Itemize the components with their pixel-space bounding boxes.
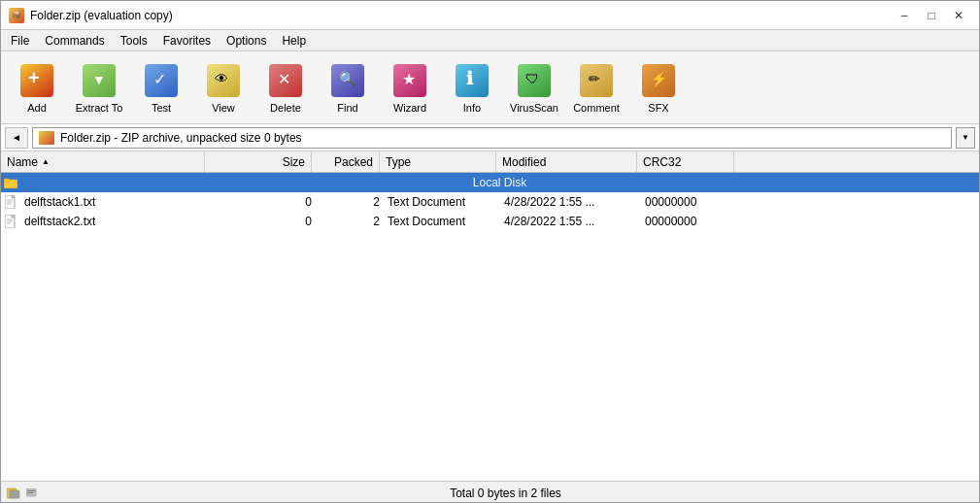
delete-button[interactable]: Delete	[255, 56, 316, 119]
view-button[interactable]: View	[193, 56, 253, 119]
svg-rect-15	[27, 490, 35, 491]
col-header-modified[interactable]: Modified	[496, 151, 637, 172]
status-text: Total 0 bytes in 2 files	[450, 486, 561, 500]
wizard-icon	[390, 61, 429, 100]
local-disk-label: Local Disk	[20, 176, 979, 189]
status-icon-2	[26, 488, 38, 498]
find-button[interactable]: Find	[318, 56, 378, 119]
test-label: Test	[152, 102, 171, 114]
extract-icon	[80, 61, 118, 100]
svg-rect-16	[27, 492, 33, 493]
file-rows: Local Disk delftstack1.txt 0 2 Text Docu…	[1, 173, 979, 481]
cell-crc32: 00000000	[641, 215, 738, 228]
main-content: File Commands Tools Favorites Options He…	[1, 30, 979, 503]
local-disk-row[interactable]: Local Disk	[1, 173, 979, 192]
folder-up-icon	[3, 175, 18, 190]
add-icon	[17, 61, 56, 100]
svg-rect-1	[4, 179, 10, 182]
test-icon	[142, 61, 181, 100]
info-button[interactable]: Info	[442, 56, 502, 119]
comment-icon	[577, 61, 616, 100]
sfx-icon	[639, 61, 678, 100]
menu-commands[interactable]: Commands	[37, 30, 112, 51]
address-back-button[interactable]: ◄	[5, 127, 28, 149]
sfx-button[interactable]: SFX	[628, 56, 689, 119]
cell-type: Text Document	[384, 215, 500, 228]
virusscan-label: VirusScan	[510, 102, 558, 114]
wizard-button[interactable]: Wizard	[380, 56, 440, 119]
comment-button[interactable]: Comment	[566, 56, 626, 119]
col-header-packed[interactable]: Packed	[312, 151, 380, 172]
col-header-type[interactable]: Type	[380, 151, 496, 172]
extract-label: Extract To	[76, 102, 123, 114]
file-list-container: Name ▲ Size Packed Type Modified CRC32	[1, 151, 979, 481]
add-button[interactable]: Add	[7, 56, 67, 119]
address-dropdown-button[interactable]: ▼	[956, 127, 975, 149]
comment-label: Comment	[573, 102, 620, 114]
view-icon	[204, 61, 243, 100]
menu-tools[interactable]: Tools	[113, 30, 155, 51]
menu-help[interactable]: Help	[274, 30, 314, 51]
cell-packed: 2	[316, 195, 384, 209]
minimize-button[interactable]: –	[892, 6, 917, 25]
cell-modified: 4/28/2022 1:55 ...	[500, 215, 641, 228]
table-row[interactable]: delftstack1.txt 0 2 Text Document 4/28/2…	[1, 192, 979, 212]
svg-rect-13	[10, 490, 19, 498]
address-text: Folder.zip - ZIP archive, unpacked size …	[60, 131, 302, 145]
info-label: Info	[463, 102, 481, 114]
menu-favorites[interactable]: Favorites	[155, 30, 219, 51]
menu-file[interactable]: File	[3, 30, 37, 51]
status-icons	[7, 487, 38, 499]
status-icon-1	[7, 487, 22, 499]
info-icon	[453, 61, 491, 100]
file-icon	[3, 214, 18, 229]
add-label: Add	[27, 102, 47, 114]
menu-options[interactable]: Options	[219, 30, 274, 51]
file-rows-container: delftstack1.txt 0 2 Text Document 4/28/2…	[1, 192, 979, 231]
title-bar: 📦 Folder.zip (evaluation copy) – □ ✕	[1, 1, 979, 30]
test-button[interactable]: Test	[131, 56, 191, 119]
sort-arrow-icon: ▲	[42, 157, 50, 166]
address-input: Folder.zip - ZIP archive, unpacked size …	[32, 127, 952, 149]
cell-modified: 4/28/2022 1:55 ...	[500, 195, 641, 209]
cell-name: delftstack2.txt	[20, 215, 209, 228]
cell-size: 0	[209, 215, 316, 228]
cell-name: delftstack1.txt	[20, 195, 209, 209]
virusscan-icon	[515, 61, 554, 100]
cell-crc32: 00000000	[641, 195, 738, 209]
col-header-name[interactable]: Name ▲	[1, 151, 205, 172]
col-header-size[interactable]: Size	[205, 151, 312, 172]
find-icon	[328, 61, 367, 100]
title-bar-controls: – □ ✕	[892, 6, 971, 25]
extract-button[interactable]: Extract To	[69, 56, 129, 119]
table-row[interactable]: delftstack2.txt 0 2 Text Document 4/28/2…	[1, 212, 979, 231]
cell-size: 0	[209, 195, 316, 209]
view-label: View	[212, 102, 235, 114]
file-icon	[3, 194, 18, 210]
close-button[interactable]: ✕	[946, 6, 971, 25]
find-label: Find	[337, 102, 357, 114]
menu-bar: File Commands Tools Favorites Options He…	[1, 30, 979, 51]
virusscan-button[interactable]: VirusScan	[504, 56, 564, 119]
wizard-label: Wizard	[393, 102, 426, 114]
maximize-button[interactable]: □	[919, 6, 944, 25]
col-header-crc32[interactable]: CRC32	[637, 151, 734, 172]
app-icon: 📦	[9, 8, 24, 23]
address-bar: ◄ Folder.zip - ZIP archive, unpacked siz…	[1, 124, 979, 151]
zip-icon	[39, 131, 54, 145]
toolbar: Add Extract To Test View Delete Find Wiz…	[1, 51, 979, 124]
delete-icon	[266, 61, 305, 100]
status-bar: Total 0 bytes in 2 files	[1, 481, 979, 503]
cell-type: Text Document	[384, 195, 500, 209]
sfx-label: SFX	[648, 102, 668, 114]
window-title: Folder.zip (evaluation copy)	[30, 9, 173, 22]
cell-packed: 2	[316, 215, 384, 228]
column-headers: Name ▲ Size Packed Type Modified CRC32	[1, 151, 979, 173]
delete-label: Delete	[270, 102, 301, 114]
title-bar-left: 📦 Folder.zip (evaluation copy)	[9, 8, 173, 23]
